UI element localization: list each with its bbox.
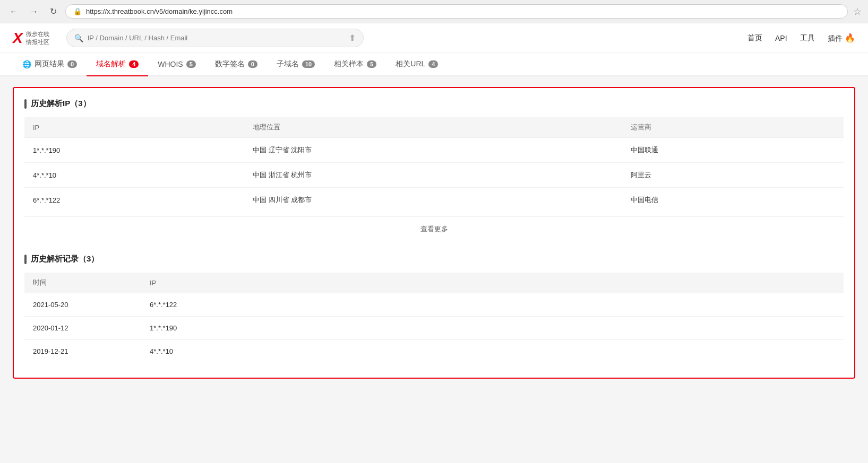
section-bar-icon (24, 99, 27, 109)
nav-api[interactable]: API (775, 34, 787, 42)
isp-cell: 中国联通 (622, 138, 844, 163)
table-header-row-2: 时间 IP (24, 273, 844, 293)
isp-cell: 中国电信 (622, 188, 844, 213)
tab-badge-url: 4 (428, 60, 438, 68)
location-cell: 中国 四川省 成都市 (244, 188, 622, 213)
upload-icon[interactable]: ⬆ (349, 33, 356, 43)
location-cell: 中国 辽宁省 沈阳市 (244, 138, 622, 163)
ip-cell-2: 6*.*.*122 (141, 293, 844, 317)
tab-whois[interactable]: WHOIS 5 (148, 54, 205, 76)
ip-cell: 4*.*.*10 (24, 163, 244, 188)
historical-ip-table: IP 地理位置 运营商 1*.*.*190 中国 辽宁省 沈阳市 中国联通 4*… (24, 117, 844, 212)
logo-x-icon: X (13, 31, 23, 46)
section1-title: 历史解析IP（3） (24, 99, 844, 109)
col-time: 时间 (24, 273, 141, 293)
bookmark-icon[interactable]: ☆ (853, 6, 862, 18)
view-more-button[interactable]: 查看更多 (24, 216, 844, 241)
nav-tools[interactable]: 工具 (800, 33, 815, 43)
tab-dns[interactable]: 域名解析 4 (87, 53, 148, 76)
content-card: 历史解析IP（3） IP 地理位置 运营商 1*.*.*190 中国 辽宁省 沈… (13, 87, 855, 379)
table-header-row: IP 地理位置 运营商 (24, 117, 844, 138)
main-content: 历史解析IP（3） IP 地理位置 运营商 1*.*.*190 中国 辽宁省 沈… (0, 76, 868, 389)
tab-badge-dns: 4 (129, 60, 139, 68)
time-cell: 2020-01-12 (24, 317, 141, 340)
app-header: X 微步在线 情报社区 🔍 ⬆ 首页 API 工具 插件 🔥 (0, 23, 868, 53)
tab-related-samples[interactable]: 相关样本 5 (324, 53, 386, 76)
search-bar[interactable]: 🔍 ⬆ (66, 29, 364, 47)
tab-webpage[interactable]: 🌐 网页结果 0 (13, 53, 87, 76)
isp-cell: 阿里云 (622, 163, 844, 188)
table-row: 2021-05-20 6*.*.*122 (24, 293, 844, 317)
tab-related-url[interactable]: 相关URL 4 (386, 53, 448, 76)
tab-subdomain[interactable]: 子域名 10 (267, 53, 324, 76)
col-ip: IP (24, 117, 244, 138)
col-isp: 运营商 (622, 117, 844, 138)
tab-badge-subdomain: 10 (302, 60, 315, 68)
section-bar-icon-2 (24, 255, 27, 264)
address-bar[interactable]: 🔒 https://x.threatbook.cn/v5/domain/ke.y… (65, 4, 848, 19)
url-text: https://x.threatbook.cn/v5/domain/ke.yij… (86, 7, 840, 15)
table-row: 2020-01-12 1*.*.*190 (24, 317, 844, 340)
search-input[interactable] (88, 34, 345, 42)
globe-icon: 🌐 (22, 60, 31, 68)
time-cell: 2021-05-20 (24, 293, 141, 317)
nav-plugin[interactable]: 插件 🔥 (828, 33, 855, 43)
col-ip-2: IP (141, 273, 844, 293)
logo: X 微步在线 情报社区 (13, 30, 49, 46)
browser-chrome: ← → ↻ 🔒 https://x.threatbook.cn/v5/domai… (0, 0, 868, 23)
back-button[interactable]: ← (6, 5, 21, 19)
ip-cell: 1*.*.*190 (24, 138, 244, 163)
tab-badge-whois: 5 (186, 60, 196, 68)
table-row: 6*.*.*122 中国 四川省 成都市 中国电信 (24, 188, 844, 213)
tab-badge-webpage: 0 (67, 60, 77, 68)
fire-icon: 🔥 (843, 33, 855, 42)
forward-button[interactable]: → (27, 5, 41, 19)
tab-digital-sig[interactable]: 数字签名 0 (205, 53, 267, 76)
ip-cell-2: 4*.*.*10 (141, 340, 844, 363)
ip-cell: 6*.*.*122 (24, 188, 244, 213)
logo-text: 微步在线 情报社区 (26, 30, 49, 46)
table-row: 2019-12-21 4*.*.*10 (24, 340, 844, 363)
ip-cell-2: 1*.*.*190 (141, 317, 844, 340)
reload-button[interactable]: ↻ (47, 4, 60, 19)
section2-title: 历史解析记录（3） (24, 254, 844, 264)
tab-badge-samples: 5 (367, 60, 376, 68)
tab-badge-digsig: 0 (248, 60, 257, 68)
table-row: 4*.*.*10 中国 浙江省 杭州市 阿里云 (24, 163, 844, 188)
tabs-bar: 🌐 网页结果 0 域名解析 4 WHOIS 5 数字签名 0 子域名 10 相关… (0, 53, 868, 76)
lock-icon: 🔒 (73, 7, 82, 15)
col-location: 地理位置 (244, 117, 622, 138)
search-icon: 🔍 (74, 34, 83, 42)
historical-records-table: 时间 IP 2021-05-20 6*.*.*122 2020-01-12 1*… (24, 273, 844, 363)
nav-home[interactable]: 首页 (747, 33, 762, 43)
table-row: 1*.*.*190 中国 辽宁省 沈阳市 中国联通 (24, 138, 844, 163)
header-nav: 首页 API 工具 插件 🔥 (747, 33, 855, 43)
location-cell: 中国 浙江省 杭州市 (244, 163, 622, 188)
time-cell: 2019-12-21 (24, 340, 141, 363)
